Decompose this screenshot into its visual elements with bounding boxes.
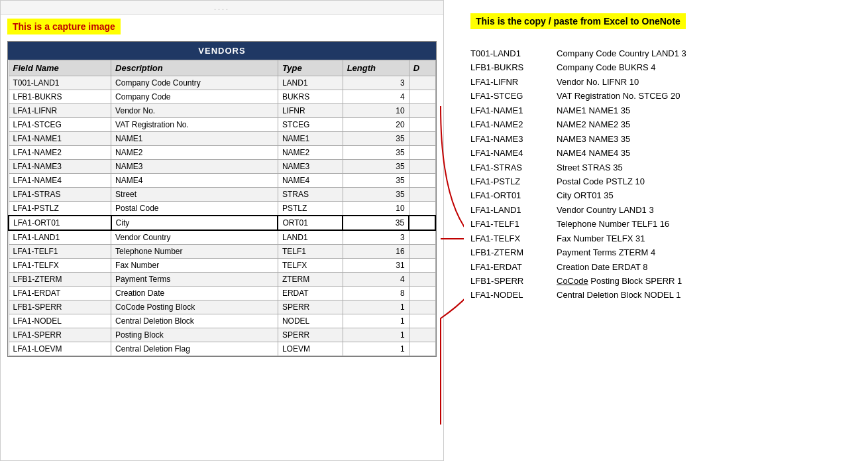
list-field-desc: Central Deletion Block NODEL 1	[557, 288, 680, 302]
list-item: LFA1-LAND1Vendor Country LAND1 3	[470, 203, 861, 217]
cell-len: 4	[343, 273, 409, 287]
cell-d	[409, 287, 435, 300]
cell-field: LFA1-NAME1	[9, 132, 111, 146]
cell-desc: VAT Registration No.	[111, 118, 278, 132]
list-field-desc: Creation Date ERDAT 8	[557, 260, 648, 274]
list-field-id: LFA1-NODEL	[470, 288, 557, 302]
cell-desc: NAME4	[111, 174, 278, 188]
drag-handle: ....	[1, 1, 443, 15]
list-field-id: LFA1-ORT01	[470, 188, 557, 202]
cell-desc: Telephone Number	[111, 245, 278, 259]
cell-type: SPERR	[278, 328, 343, 342]
list-field-desc: NAME2 NAME2 35	[557, 117, 630, 131]
table-row: LFB1-ZTERMPayment TermsZTERM4	[9, 273, 435, 287]
cell-d	[409, 314, 435, 328]
table-row: LFA1-ERDATCreation DateERDAT8	[9, 287, 435, 300]
table-row: LFA1-STCEGVAT Registration No.STCEG20	[9, 118, 435, 132]
list-item: LFA1-ERDATCreation Date ERDAT 8	[470, 260, 861, 274]
cell-d	[409, 160, 435, 174]
list-item: T001-LAND1Company Code Country LAND1 3	[470, 46, 861, 60]
cell-d	[409, 259, 435, 273]
cell-desc: Vendor No.	[111, 104, 278, 118]
list-field-desc: Vendor No. LIFNR 10	[557, 75, 639, 89]
list-field-id: LFA1-TELF1	[470, 217, 557, 231]
table-wrapper: VENDORS Field Name Description Type Leng…	[7, 41, 437, 357]
list-field-id: LFA1-NAME1	[470, 103, 557, 117]
list-item: LFA1-PSTLZPostal Code PSTLZ 10	[470, 174, 861, 188]
list-field-desc: NAME4 NAME4 35	[557, 146, 630, 160]
cell-d	[409, 245, 435, 259]
cell-desc: Central Deletion Flag	[111, 342, 278, 356]
left-panel: .... This is a capture image VENDORS Fie…	[0, 0, 444, 461]
list-field-id: LFA1-NAME4	[470, 146, 557, 160]
cell-d	[409, 230, 435, 245]
list-item: LFA1-TELF1Telephone Number TELF1 16	[470, 217, 861, 231]
list-item: LFB1-ZTERMPayment Terms ZTERM 4	[470, 245, 861, 259]
cell-desc: Posting Block	[111, 328, 278, 342]
cell-len: 1	[343, 300, 409, 314]
table-title: VENDORS	[8, 42, 436, 60]
cell-field: LFB1-ZTERM	[9, 273, 111, 287]
cell-desc: NAME2	[111, 146, 278, 160]
col-description: Description	[111, 60, 278, 76]
cell-type: SPERR	[278, 300, 343, 314]
table-row: LFA1-ORT01CityORT0135	[9, 216, 435, 230]
cell-d	[409, 188, 435, 202]
list-item: LFB1-BUKRSCompany Code BUKRS 4	[470, 60, 861, 74]
capture-label: This is a capture image	[7, 19, 121, 34]
table-row: LFA1-NAME3NAME3NAME335	[9, 160, 435, 174]
cell-desc: Company Code	[111, 90, 278, 104]
cell-len: 35	[343, 216, 409, 230]
cell-d	[409, 342, 435, 356]
list-field-desc: NAME3 NAME3 35	[557, 132, 630, 146]
cell-type: NODEL	[278, 314, 343, 328]
list-item: LFB1-SPERRCoCode Posting Block SPERR 1	[470, 274, 861, 288]
cell-field: LFA1-LOEVM	[9, 342, 111, 356]
cell-desc: City	[111, 216, 278, 230]
copy-label: This is the copy / paste from Excel to O…	[470, 13, 686, 29]
list-field-id: LFA1-STCEG	[470, 89, 557, 103]
table-row: LFB1-BUKRSCompany CodeBUKRS4	[9, 90, 435, 104]
list-field-desc: Company Code Country LAND1 3	[557, 46, 686, 60]
cell-field: LFB1-SPERR	[9, 300, 111, 314]
list-field-id: LFB1-SPERR	[470, 274, 557, 288]
col-length: Length	[343, 60, 409, 76]
cell-type: TELFX	[278, 259, 343, 273]
list-field-id: LFA1-NAME2	[470, 117, 557, 131]
cell-desc: Company Code Country	[111, 76, 278, 90]
list-item: LFA1-NAME4NAME4 NAME4 35	[470, 146, 861, 160]
cell-len: 1	[343, 342, 409, 356]
table-row: LFA1-LOEVMCentral Deletion FlagLOEVM1	[9, 342, 435, 356]
cell-len: 10	[343, 104, 409, 118]
cell-d	[409, 76, 435, 90]
cell-len: 1	[343, 314, 409, 328]
cell-field: LFA1-NAME3	[9, 160, 111, 174]
cell-len: 3	[343, 230, 409, 245]
cell-len: 35	[343, 146, 409, 160]
list-field-desc: Fax Number TELFX 31	[557, 231, 645, 245]
table-row: LFA1-SPERRPosting BlockSPERR1	[9, 328, 435, 342]
cell-field: LFA1-NODEL	[9, 314, 111, 328]
cell-len: 35	[343, 174, 409, 188]
list-field-id: LFA1-TELFX	[470, 231, 557, 245]
cell-type: LAND1	[278, 76, 343, 90]
cell-desc: Postal Code	[111, 202, 278, 216]
table-row: LFA1-LIFNRVendor No.LIFNR10	[9, 104, 435, 118]
cell-type: NAME4	[278, 174, 343, 188]
list-item: LFA1-LIFNRVendor No. LIFNR 10	[470, 75, 861, 89]
cell-field: LFA1-STCEG	[9, 118, 111, 132]
list-field-desc: CoCode Posting Block SPERR 1	[557, 274, 682, 288]
cell-type: PSTLZ	[278, 202, 343, 216]
list-field-desc: NAME1 NAME1 35	[557, 103, 630, 117]
list-item: LFA1-ORT01City ORT01 35	[470, 188, 861, 202]
table-row: LFA1-PSTLZPostal CodePSTLZ10	[9, 202, 435, 216]
cell-field: LFA1-NAME4	[9, 174, 111, 188]
list-field-id: LFB1-BUKRS	[470, 60, 557, 74]
cell-len: 8	[343, 287, 409, 300]
cell-d	[409, 104, 435, 118]
cell-desc: Fax Number	[111, 259, 278, 273]
cell-field: LFB1-BUKRS	[9, 90, 111, 104]
cell-d	[409, 146, 435, 160]
cell-desc: Vendor Country	[111, 230, 278, 245]
cell-desc: NAME3	[111, 160, 278, 174]
